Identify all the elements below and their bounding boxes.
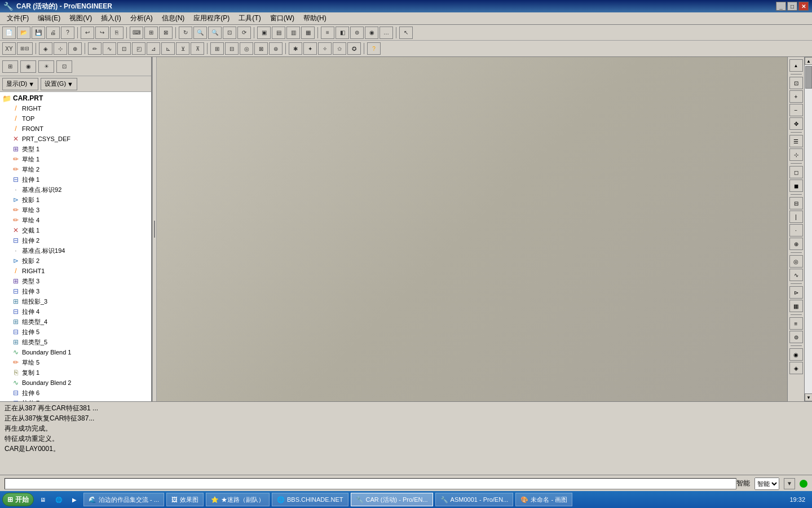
- tree-item[interactable]: ⊟拉伸 4: [0, 306, 151, 317]
- taskbar-item-5[interactable]: 🔧 ASM0001 - Pro/EN...: [435, 493, 514, 506]
- rt-layer2[interactable]: ≡: [789, 317, 803, 330]
- tb-save[interactable]: 💾: [32, 27, 45, 39]
- menu-edit[interactable]: 编辑(E): [33, 12, 65, 24]
- tree-item[interactable]: ·基准点.标识194: [0, 246, 151, 256]
- menu-insert[interactable]: 插入(I): [96, 12, 125, 24]
- rt-anno[interactable]: ⊳: [789, 286, 803, 299]
- rt-datum-point[interactable]: ·: [789, 224, 803, 237]
- tb-help[interactable]: ?: [61, 27, 74, 39]
- rt-refit[interactable]: ⊡: [789, 77, 803, 89]
- tb2-sketch7[interactable]: ⊻: [176, 42, 189, 55]
- tree-item[interactable]: ⊟拉伸 6: [0, 388, 151, 398]
- resize-handle[interactable]: [152, 57, 157, 401]
- tb2-help[interactable]: ?: [367, 42, 381, 55]
- taskbar-item-6[interactable]: 🎨 未命名 - 画图: [515, 493, 572, 506]
- tb-print[interactable]: 🖨: [46, 27, 60, 39]
- tb-zoom-in[interactable]: 🔍: [193, 27, 207, 39]
- rt-pan[interactable]: ✥: [789, 117, 803, 130]
- tree-item[interactable]: ✕PRT_CSYS_DEF: [0, 134, 151, 144]
- taskbar-item-3[interactable]: 🌐 BBS.CHINADE.NET: [272, 493, 348, 506]
- tb-layer[interactable]: ≡: [321, 27, 334, 39]
- tree-item[interactable]: ✏草绘 2: [0, 164, 151, 174]
- tree-item[interactable]: ✏草绘 3: [0, 205, 151, 215]
- rt-zoom-out[interactable]: −: [789, 104, 803, 116]
- lp-btn2[interactable]: ◉: [20, 60, 36, 73]
- tree-item[interactable]: ⎘复制 1: [0, 367, 151, 378]
- tb2-sketch8[interactable]: ⊼: [191, 42, 204, 55]
- tree-root[interactable]: 📁 CAR.PRT: [0, 93, 151, 103]
- menu-window[interactable]: 窗口(W): [266, 12, 299, 24]
- tb2-feat3[interactable]: ◎: [240, 42, 253, 55]
- tb2-feat4[interactable]: ⊠: [254, 42, 268, 55]
- tree-item[interactable]: ∿Boundary Blend 2: [0, 378, 151, 388]
- minimize-button[interactable]: _: [776, 2, 786, 11]
- tb-select[interactable]: ⊞: [144, 27, 158, 39]
- taskbar-item-0[interactable]: 🌊 泊边的作品集交流 - ...: [83, 493, 164, 506]
- tb-redo[interactable]: ↪: [95, 27, 109, 39]
- tb2-sketch4[interactable]: ◰: [132, 42, 145, 55]
- rt-trail[interactable]: ∿: [789, 269, 803, 281]
- tree-item[interactable]: ✏草绘 4: [0, 215, 151, 225]
- rt-datum-csys[interactable]: ⊕: [789, 238, 803, 250]
- tb2-more1[interactable]: ✱: [289, 42, 302, 55]
- tree-item[interactable]: ⊟拉伸 7: [0, 398, 151, 401]
- rt-zoom-in[interactable]: +: [789, 90, 803, 103]
- rt-datum-axis[interactable]: |: [789, 211, 803, 223]
- tree-item[interactable]: ⊞类型 3: [0, 276, 151, 286]
- smart-btn[interactable]: ▼: [784, 478, 795, 489]
- maximize-button[interactable]: □: [787, 2, 797, 11]
- tb-more[interactable]: …: [379, 27, 393, 39]
- tb2-datum2[interactable]: ⊹: [54, 42, 67, 55]
- tb-render[interactable]: ◉: [365, 27, 378, 39]
- taskbar-item-2[interactable]: ⭐ ★迷路（副队）: [206, 493, 270, 506]
- lp-btn4[interactable]: ⊡: [56, 60, 72, 73]
- tb-view2[interactable]: ▤: [272, 27, 285, 39]
- tb2-more2[interactable]: ✦: [303, 42, 317, 55]
- tb-view3[interactable]: ▥: [286, 27, 300, 39]
- tb-zoom-fit[interactable]: ⊡: [223, 27, 236, 39]
- command-input[interactable]: [5, 478, 736, 489]
- tree-item[interactable]: ⊟拉伸 5: [0, 327, 151, 337]
- tree-item[interactable]: ✏草绘 1: [0, 154, 151, 164]
- tb-regen[interactable]: ↻: [179, 27, 192, 39]
- tree-item[interactable]: ⊞组类型_4: [0, 317, 151, 327]
- tree-item[interactable]: /FRONT: [0, 124, 151, 134]
- scroll-up-arrow[interactable]: ▲: [805, 57, 812, 65]
- tree-item[interactable]: ⊞类型 1: [0, 144, 151, 154]
- tree-item[interactable]: ⊳投影 1: [0, 195, 151, 205]
- tb2-more5[interactable]: ✪: [347, 42, 361, 55]
- tree-item[interactable]: ·基准点.标识92: [0, 185, 151, 195]
- taskbar-item-4[interactable]: 🔧 CAR (活动) - Pro/EN...: [351, 493, 433, 506]
- tree-item[interactable]: ✕交截 1: [0, 225, 151, 235]
- tb-copy[interactable]: ⎘: [110, 27, 123, 39]
- menu-info[interactable]: 信息(N): [157, 12, 189, 24]
- tb-mapkey[interactable]: ⌨: [130, 27, 143, 39]
- tree-item[interactable]: ⊞组投影_3: [0, 296, 151, 306]
- scroll-down-arrow[interactable]: ▼: [805, 393, 812, 401]
- tb2-datum1[interactable]: ◈: [39, 42, 52, 55]
- tree-item[interactable]: /RIGHT: [0, 103, 151, 113]
- scroll-thumb[interactable]: [805, 66, 812, 89]
- rt-datum-plane[interactable]: ⊟: [789, 197, 803, 209]
- rt-scroll-up[interactable]: ▲: [789, 59, 803, 72]
- rt-render2[interactable]: ◈: [789, 362, 803, 374]
- tb-filter[interactable]: ⊠: [159, 27, 173, 39]
- tree-item[interactable]: ✏草绘 5: [0, 357, 151, 367]
- tb-feature[interactable]: ◧: [336, 27, 349, 39]
- menu-file[interactable]: 文件(F): [2, 12, 33, 24]
- start-button[interactable]: ⊞ 开始: [2, 493, 34, 506]
- tb2-feat1[interactable]: ⊞: [210, 42, 224, 55]
- ql-media[interactable]: ▶: [68, 493, 81, 506]
- tb2-sketch2[interactable]: ∿: [103, 42, 116, 55]
- tb-view4[interactable]: ▦: [301, 27, 315, 39]
- tb2-feat5[interactable]: ⊛: [269, 42, 283, 55]
- tree-item[interactable]: ∿Boundary Blend 1: [0, 347, 151, 357]
- rt-view-list[interactable]: ☰: [789, 135, 803, 147]
- tb2-sketch6[interactable]: ⊾: [161, 42, 175, 55]
- rt-analysis[interactable]: ⊚: [789, 331, 803, 343]
- menu-view[interactable]: 视图(V): [65, 12, 96, 24]
- tb2-view-xz[interactable]: ⊞⊟: [17, 42, 33, 55]
- tb2-more3[interactable]: ✧: [318, 42, 332, 55]
- tb2-datum3[interactable]: ⊕: [68, 42, 82, 55]
- menu-analysis[interactable]: 分析(A): [126, 12, 157, 24]
